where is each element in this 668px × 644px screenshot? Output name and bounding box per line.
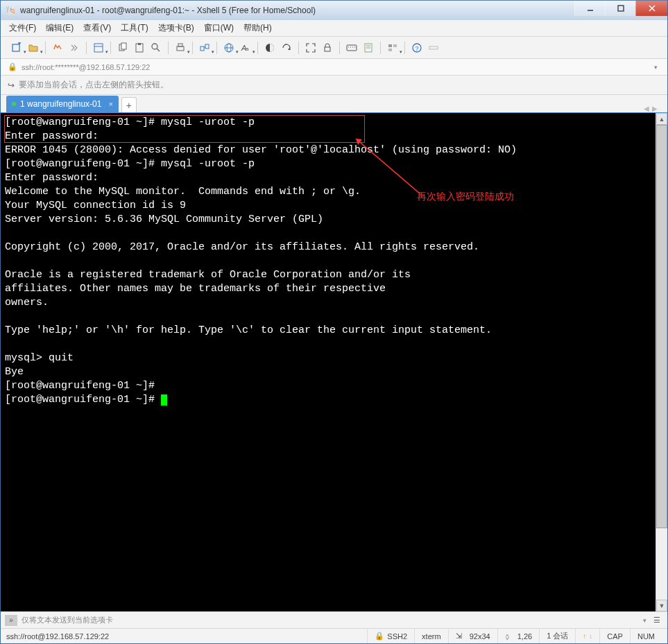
lock-icon: 🔒 <box>375 632 384 641</box>
toolbar: Aa ? <box>1 37 667 59</box>
terminal[interactable]: [root@wangruifeng-01 ~]# mysql -uroot -p… <box>1 113 656 611</box>
address-bar[interactable]: 🔒 ssh://root:********@192.168.57.129:22 … <box>1 59 667 76</box>
tab-bar: 1 wangruifenglinux-01 × + ◀ ▶ <box>1 95 667 113</box>
fullscreen-icon[interactable] <box>303 40 318 56</box>
window-controls <box>574 1 667 16</box>
toolbar-separator <box>257 42 258 54</box>
send-dropdown-icon[interactable]: ▾ <box>643 617 646 624</box>
copy-icon[interactable] <box>115 40 130 56</box>
script-icon[interactable] <box>361 40 376 56</box>
properties-icon[interactable] <box>91 40 106 56</box>
status-sessions: 1 会话 <box>539 629 575 643</box>
toolbar-separator <box>339 42 340 54</box>
send-bar: » 仅将文本发送到当前选项卡 ▾ ☰ <box>1 611 667 628</box>
scrollbar-thumb[interactable] <box>656 125 667 528</box>
refresh-icon[interactable] <box>279 40 294 56</box>
menu-help[interactable]: 帮助(H) <box>243 22 272 34</box>
svg-rect-35 <box>388 44 392 47</box>
status-caps: CAP <box>599 629 630 643</box>
menu-edit[interactable]: 编辑(E) <box>46 22 74 34</box>
svg-rect-7 <box>94 44 103 52</box>
app-window: 🐚 wangruifenglinux-01 - root@wangruifeng… <box>0 0 668 644</box>
scrollbar-track[interactable] <box>656 125 667 600</box>
toolbar-separator <box>110 42 111 54</box>
tab-nav: ◀ ▶ <box>644 105 662 112</box>
session-tab[interactable]: 1 wangruifenglinux-01 × <box>6 96 119 112</box>
svg-line-14 <box>157 49 160 51</box>
maximize-button[interactable] <box>605 1 635 16</box>
menu-tabs[interactable]: 选项卡(B) <box>158 22 194 34</box>
svg-text:?: ? <box>416 45 419 52</box>
lock-icon[interactable] <box>320 40 335 56</box>
toolbar-separator <box>380 42 381 54</box>
send-target-text[interactable]: 仅将文本发送到当前选项卡 <box>22 615 639 625</box>
reconnect-icon[interactable] <box>50 40 65 56</box>
close-button[interactable] <box>635 1 667 16</box>
address-dropdown-icon[interactable]: ▾ <box>651 64 660 71</box>
color-scheme-icon[interactable] <box>262 40 277 56</box>
svg-rect-4 <box>12 44 19 51</box>
svg-rect-26 <box>325 47 330 51</box>
minimize-button[interactable] <box>574 1 605 16</box>
menu-window[interactable]: 窗口(W) <box>204 22 234 34</box>
menubar: 文件(F) 编辑(E) 查看(V) 工具(T) 选项卡(B) 窗口(W) 帮助(… <box>1 20 667 37</box>
svg-text:a: a <box>246 46 249 52</box>
status-ssh: 🔒SSH2 <box>367 629 414 643</box>
menu-tools[interactable]: 工具(T) <box>121 22 148 34</box>
hint-text: 要添加当前会话，点击左侧的箭头按钮。 <box>19 79 169 91</box>
resize-icon: ⇲ <box>456 632 462 641</box>
status-pos: ⎀ 1,26 <box>497 629 539 643</box>
up-arrow-icon: ↑ <box>583 632 586 640</box>
next-tab-icon[interactable]: ▶ <box>652 105 658 112</box>
scroll-down-button[interactable]: ▼ <box>656 600 667 611</box>
toolbar-separator <box>168 42 169 54</box>
menu-view[interactable]: 查看(V) <box>83 22 111 34</box>
status-connection: ssh://root@192.168.57.129:22 <box>6 629 367 643</box>
scrollbar[interactable]: ▲ ▼ <box>656 113 667 611</box>
menu-file[interactable]: 文件(F) <box>9 22 36 34</box>
terminal-area: [root@wangruifeng-01 ~]# mysql -uroot -p… <box>1 113 667 611</box>
status-updown: ↑↓ <box>575 629 599 643</box>
window-title: wangruifenglinux-01 - root@wangruifeng-0… <box>20 6 574 15</box>
prev-tab-icon[interactable]: ◀ <box>644 105 649 112</box>
globe-icon[interactable] <box>221 40 237 56</box>
svg-rect-15 <box>177 46 184 51</box>
status-size: ⇲ 92x34 <box>448 629 497 643</box>
connected-indicator-icon <box>12 102 16 106</box>
scroll-up-button[interactable]: ▲ <box>656 113 667 125</box>
help-icon[interactable]: ? <box>409 40 425 56</box>
send-menu-icon[interactable]: ☰ <box>651 616 663 625</box>
find-icon[interactable] <box>148 40 164 56</box>
arrow-add-icon[interactable]: ↪ <box>8 80 15 90</box>
toolbar-separator <box>86 42 87 54</box>
new-session-icon[interactable] <box>9 40 24 56</box>
print-icon[interactable] <box>173 40 188 56</box>
svg-rect-18 <box>205 44 209 49</box>
svg-rect-12 <box>138 43 141 45</box>
titlebar[interactable]: 🐚 wangruifenglinux-01 - root@wangruifeng… <box>1 0 667 20</box>
tab-label: 1 wangruifenglinux-01 <box>20 99 101 109</box>
transfer-icon[interactable] <box>197 40 212 56</box>
address-text[interactable]: ssh://root:********@192.168.57.129:22 <box>22 63 651 71</box>
toolbar-separator <box>298 42 299 54</box>
open-session-icon[interactable] <box>26 40 41 56</box>
cursor-icon: ⎀ <box>505 632 510 641</box>
svg-rect-36 <box>393 44 397 47</box>
layout-icon[interactable] <box>385 40 400 56</box>
composebar-toggle-icon[interactable] <box>426 40 441 56</box>
svg-rect-27 <box>347 45 357 51</box>
xshell-app-icon: 🐚 <box>5 5 16 16</box>
font-icon[interactable]: Aa <box>238 40 253 56</box>
send-button-icon[interactable]: » <box>5 615 17 626</box>
toolbar-separator <box>216 42 217 54</box>
tab-close-button[interactable]: × <box>105 100 112 108</box>
disconnect-icon[interactable] <box>67 40 82 56</box>
status-bar: ssh://root@192.168.57.129:22 🔒SSH2 xterm… <box>1 628 667 643</box>
svg-rect-40 <box>429 46 438 49</box>
toolbar-separator <box>45 42 46 54</box>
status-termtype: xterm <box>414 629 448 643</box>
paste-icon[interactable] <box>132 40 147 56</box>
keyboard-icon[interactable] <box>344 40 359 56</box>
svg-point-13 <box>152 44 157 49</box>
new-tab-button[interactable]: + <box>121 97 137 112</box>
